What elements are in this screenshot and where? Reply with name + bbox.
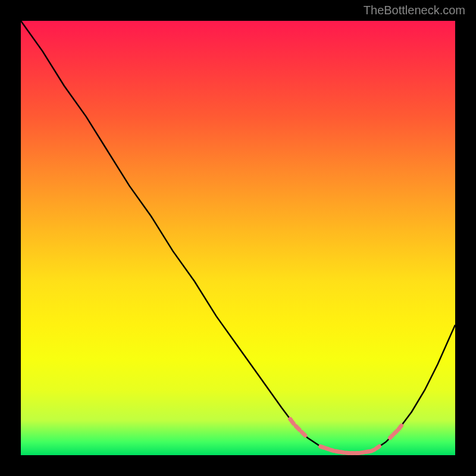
svg-line-4 [325,448,328,449]
svg-line-16 [394,431,397,433]
svg-line-6 [336,451,339,452]
svg-line-11 [361,452,364,453]
watermark-text: TheBottleneck.com [364,4,465,17]
curve-svg [21,21,455,455]
svg-line-14 [376,446,379,448]
svg-line-1 [296,426,299,430]
svg-line-3 [321,446,324,447]
svg-line-5 [331,450,334,451]
svg-line-0 [290,419,294,424]
chart-container: TheBottleneck.com [0,0,476,476]
svg-line-2 [302,432,305,436]
bottleneck-curve [21,21,455,453]
valley-markers [290,419,402,453]
svg-line-17 [399,425,401,429]
svg-line-12 [366,452,369,452]
svg-line-13 [371,450,374,451]
svg-line-7 [341,452,344,453]
plot-area [21,21,455,455]
svg-line-15 [390,435,393,437]
